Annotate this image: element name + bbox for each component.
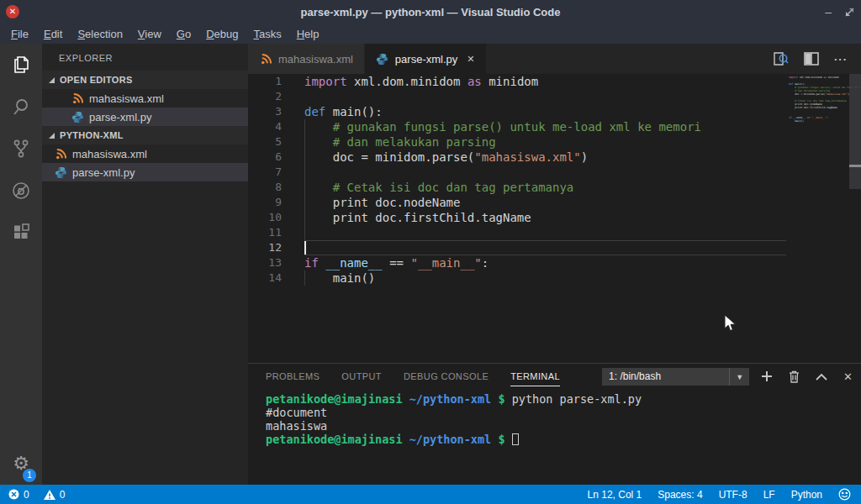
status-cursor-position[interactable]: Ln 12, Col 1 bbox=[588, 489, 642, 501]
panel-tab-output[interactable]: OUTPUT bbox=[341, 366, 382, 386]
editor-group: mahasiswa.xmlparse-xml.py✕ ··· bbox=[248, 44, 861, 485]
line-number: 10 bbox=[248, 210, 282, 225]
explorer-title: EXPLORER bbox=[42, 44, 248, 71]
editor-tab-bar: mahasiswa.xmlparse-xml.py✕ ··· bbox=[248, 44, 861, 74]
feedback-smiley-icon[interactable] bbox=[838, 488, 851, 501]
terminal[interactable]: petanikode@imajinasi ~/python-xml $ pyth… bbox=[248, 389, 861, 485]
code-editor[interactable]: 1import xml.dom.minidom as minidom23def … bbox=[248, 74, 861, 363]
line-content: if __name__ == "__main__": bbox=[282, 255, 489, 270]
status-language-mode[interactable]: Python bbox=[791, 489, 822, 501]
menu-help[interactable]: Help bbox=[289, 26, 327, 42]
minimap[interactable]: import xml.dom.minidom as minidom def ma… bbox=[786, 74, 848, 363]
line-content: print doc.firstChild.tagName bbox=[282, 210, 531, 225]
warnings-count[interactable]: 0 bbox=[60, 489, 66, 501]
terminal-cursor bbox=[512, 433, 519, 445]
terminal-line: petanikode@imajinasi ~/python-xml $ pyth… bbox=[266, 392, 861, 406]
tab-label: mahasiswa.xml bbox=[278, 53, 353, 66]
tab-label: parse-xml.py bbox=[395, 53, 457, 66]
file-item-parse-xml.py[interactable]: parse-xml.py bbox=[42, 163, 248, 181]
file-item-parse-xml.py[interactable]: parse-xml.py bbox=[42, 108, 248, 126]
terminal-shell-select[interactable]: 1: /bin/bash ▼ bbox=[602, 368, 749, 386]
panel-tab-problems[interactable]: PROBLEMS bbox=[266, 366, 320, 386]
xml-file-icon bbox=[71, 92, 84, 105]
more-actions-icon[interactable]: ··· bbox=[834, 53, 848, 66]
line-content bbox=[282, 89, 304, 104]
debug-icon[interactable] bbox=[0, 170, 42, 212]
menu-bar: FileEditSelectionViewGoDebugTasksHelp bbox=[0, 24, 861, 44]
line-content bbox=[282, 225, 304, 240]
line-number: 11 bbox=[248, 225, 282, 240]
line-number: 2 bbox=[248, 89, 282, 104]
new-terminal-icon[interactable] bbox=[761, 370, 773, 382]
section-header-open-editors[interactable]: OPEN EDITORS bbox=[42, 71, 248, 89]
status-indentation[interactable]: Spaces: 4 bbox=[658, 489, 702, 501]
panel-header: PROBLEMSOUTPUTDEBUG CONSOLETERMINAL 1: /… bbox=[248, 364, 861, 389]
tab-parse-xml.py[interactable]: parse-xml.py✕ bbox=[365, 44, 487, 74]
menu-selection[interactable]: Selection bbox=[70, 26, 129, 42]
window-title: parse-xml.py — python-xml — Visual Studi… bbox=[0, 6, 861, 18]
maximize-panel-icon[interactable] bbox=[816, 373, 827, 381]
overview-ruler-cursor-mark bbox=[849, 165, 861, 167]
line-number: 13 bbox=[248, 255, 282, 270]
menu-view[interactable]: View bbox=[130, 26, 169, 42]
line-number: 3 bbox=[248, 104, 282, 119]
line-content: import xml.dom.minidom as minidom bbox=[282, 74, 538, 89]
panel-tab-debug-console[interactable]: DEBUG CONSOLE bbox=[404, 366, 489, 386]
section-header-python-xml[interactable]: PYTHON-XML bbox=[42, 126, 248, 144]
settings-gear-icon[interactable]: ⚙ 1 bbox=[0, 443, 42, 485]
settings-badge: 1 bbox=[23, 469, 36, 482]
menu-file[interactable]: File bbox=[3, 26, 36, 42]
search-icon[interactable] bbox=[0, 86, 42, 128]
file-item-label: mahasiswa.xml bbox=[89, 92, 164, 105]
line-content: # dan melakukan parsing bbox=[282, 134, 496, 150]
code-line-7: 7 bbox=[248, 165, 786, 180]
file-item-label: parse-xml.py bbox=[72, 166, 135, 179]
code-line-4: 4 # gunakan fungsi parse() untuk me-load… bbox=[248, 119, 786, 134]
editor-scrollbar[interactable] bbox=[849, 74, 861, 363]
status-eol[interactable]: LF bbox=[763, 489, 775, 501]
twisty-icon bbox=[49, 77, 55, 83]
line-number: 8 bbox=[248, 180, 282, 195]
tab-mahasiswa.xml[interactable]: mahasiswa.xml bbox=[248, 44, 365, 74]
open-preview-icon[interactable] bbox=[773, 51, 789, 66]
menu-edit[interactable]: Edit bbox=[36, 26, 70, 42]
line-content: main() bbox=[282, 270, 375, 286]
source-control-icon[interactable] bbox=[0, 128, 42, 170]
file-item-label: parse-xml.py bbox=[89, 111, 151, 123]
split-editor-icon[interactable] bbox=[804, 52, 819, 66]
window-restore-button[interactable] bbox=[845, 8, 854, 17]
errors-icon[interactable] bbox=[8, 489, 19, 500]
code-line-1: 1import xml.dom.minidom as minidom bbox=[248, 74, 786, 89]
menu-debug[interactable]: Debug bbox=[198, 26, 246, 42]
panel-tab-terminal[interactable]: TERMINAL bbox=[510, 366, 560, 386]
xml-file-icon bbox=[54, 147, 67, 160]
menu-tasks[interactable]: Tasks bbox=[246, 26, 288, 42]
python-file-icon bbox=[54, 165, 67, 179]
code-line-2: 2 bbox=[248, 89, 786, 104]
menu-go[interactable]: Go bbox=[169, 26, 198, 42]
editor-actions: ··· bbox=[487, 44, 861, 74]
scrollbar-slider[interactable] bbox=[849, 74, 861, 189]
status-encoding[interactable]: UTF-8 bbox=[719, 489, 747, 501]
line-number: 1 bbox=[248, 74, 282, 89]
close-panel-icon[interactable]: ✕ bbox=[843, 370, 853, 383]
code-line-6: 6 doc = minidom.parse("mahasiswa.xml") bbox=[248, 150, 786, 165]
terminal-line: #document bbox=[266, 406, 861, 419]
line-number: 7 bbox=[248, 165, 282, 180]
explorer-sections: OPEN EDITORSmahasiswa.xmlparse-xml.pyPYT… bbox=[42, 71, 248, 181]
errors-count[interactable]: 0 bbox=[24, 489, 29, 501]
tab-close-icon[interactable]: ✕ bbox=[467, 54, 474, 65]
extensions-icon[interactable] bbox=[0, 212, 42, 254]
line-content: doc = minidom.parse("mahasiswa.xml") bbox=[282, 150, 588, 165]
line-content bbox=[282, 240, 304, 255]
twisty-icon bbox=[49, 133, 55, 139]
window-close-button[interactable]: ✕ bbox=[6, 5, 19, 18]
warnings-icon[interactable] bbox=[44, 490, 55, 500]
explorer-icon[interactable] bbox=[0, 44, 42, 86]
window-minimize-button[interactable]: – bbox=[825, 8, 832, 16]
code-line-14: 14 main() bbox=[248, 270, 786, 286]
kill-terminal-icon[interactable] bbox=[789, 370, 800, 383]
file-item-mahasiswa.xml[interactable]: mahasiswa.xml bbox=[42, 144, 248, 163]
file-item-mahasiswa.xml[interactable]: mahasiswa.xml bbox=[42, 89, 248, 108]
text-cursor bbox=[304, 241, 306, 255]
